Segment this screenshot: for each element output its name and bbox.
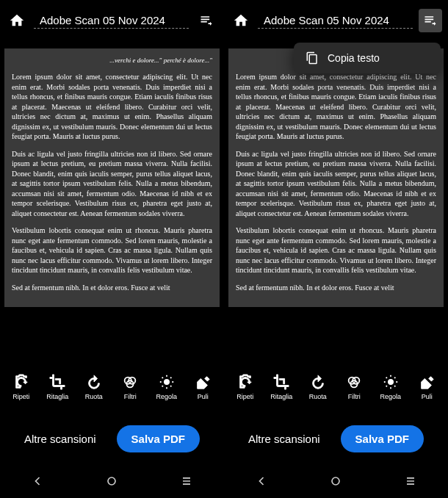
- fade-gradient: [0, 344, 224, 361]
- system-nav-bar: [224, 464, 448, 498]
- adjust-button[interactable]: Regola: [372, 374, 409, 400]
- action-bar: Altre scansioni Salva PDF: [0, 413, 224, 464]
- doc-paragraph: Vestibulum lobortis consequat enim ut rh…: [236, 225, 436, 275]
- document-title[interactable]: Adobe Scan 05 Nov 2024: [258, 14, 413, 29]
- doc-paragraph: Duis ac ligula vel justo fringilla ultri…: [12, 149, 212, 219]
- app-header: Adobe Scan 05 Nov 2024: [224, 0, 448, 41]
- more-options-icon[interactable]: [195, 9, 218, 32]
- back-nav-button[interactable]: [247, 466, 276, 496]
- fade-gradient: [224, 344, 448, 361]
- tool-label: Ritaglia: [270, 393, 292, 400]
- tool-bar: Ripeti Ritaglia Ruota Filtri Regola Puli: [0, 361, 224, 413]
- app-header: Adobe Scan 05 Nov 2024: [0, 0, 224, 41]
- home-icon[interactable]: [230, 10, 252, 32]
- cleanup-button[interactable]: Puli: [185, 374, 222, 400]
- tool-label: Regola: [380, 393, 401, 400]
- tool-label: Filtri: [348, 393, 361, 400]
- home-nav-button[interactable]: [321, 466, 350, 496]
- recents-nav-button[interactable]: [396, 466, 425, 496]
- more-options-icon[interactable]: [419, 9, 442, 32]
- doc-paragraph: Sed at fermentum nibh. In et dolor eros.…: [12, 283, 212, 293]
- crop-button[interactable]: Ritaglia: [264, 374, 300, 400]
- doc-paragraph: Lorem ipsum dolor sit amet, consectetur …: [236, 72, 436, 142]
- retake-button[interactable]: Ripeti: [227, 374, 264, 400]
- action-bar: Altre scansioni Salva PDF: [224, 413, 448, 464]
- more-scans-button[interactable]: Altre scansioni: [248, 433, 320, 445]
- scanned-document: ...verchi e dolore..." perché è dolore..…: [4, 48, 220, 307]
- filters-button[interactable]: Filtri: [112, 374, 149, 400]
- doc-paragraph: Vestibulum lobortis consequat enim ut rh…: [12, 225, 212, 275]
- phone-left: Adobe Scan 05 Nov 2024 ...verchi e dolor…: [0, 0, 224, 498]
- home-icon[interactable]: [6, 10, 28, 32]
- copy-text-menu-item[interactable]: Copia testo: [328, 52, 380, 64]
- more-scans-button[interactable]: Altre scansioni: [24, 433, 96, 445]
- tool-label: Filtri: [124, 393, 137, 400]
- home-nav-button[interactable]: [97, 466, 126, 496]
- document-viewport[interactable]: ...verchi e dolore..." perché è dolore..…: [224, 41, 448, 361]
- rotate-button[interactable]: Ruota: [76, 374, 112, 400]
- system-nav-bar: [0, 464, 224, 498]
- tool-label: Ripeti: [236, 393, 253, 400]
- retake-button[interactable]: Ripeti: [3, 374, 40, 400]
- doc-paragraph: Lorem ipsum dolor sit amet, consectetur …: [12, 72, 212, 142]
- tool-label: Ruota: [309, 393, 327, 400]
- svg-point-9: [332, 477, 339, 485]
- doc-paragraph: Sed at fermentum nibh. In et dolor eros.…: [236, 283, 436, 293]
- rotate-button[interactable]: Ruota: [300, 374, 336, 400]
- document-title[interactable]: Adobe Scan 05 Nov 2024: [34, 14, 189, 29]
- copy-icon: [306, 51, 319, 65]
- svg-point-4: [108, 477, 115, 485]
- tool-label: Ritaglia: [46, 393, 68, 400]
- doc-intro: ...verchi e dolore..." perché è dolore..…: [12, 56, 212, 65]
- save-pdf-button[interactable]: Salva PDF: [341, 425, 424, 452]
- doc-paragraph: Duis ac ligula vel justo fringilla ultri…: [236, 149, 436, 219]
- tool-label: Puli: [198, 393, 209, 400]
- filters-button[interactable]: Filtri: [336, 374, 373, 400]
- tool-label: Regola: [156, 393, 177, 400]
- svg-point-3: [164, 379, 169, 384]
- save-pdf-button[interactable]: Salva PDF: [117, 425, 200, 452]
- crop-button[interactable]: Ritaglia: [40, 374, 76, 400]
- scanned-document: ...verchi e dolore..." perché è dolore..…: [228, 48, 444, 307]
- tool-label: Puli: [422, 393, 433, 400]
- context-menu: Copia testo: [294, 43, 441, 73]
- screenshot-container: Adobe Scan 05 Nov 2024 ...verchi e dolor…: [0, 0, 448, 498]
- back-nav-button[interactable]: [23, 466, 52, 496]
- phone-right: Adobe Scan 05 Nov 2024 Copia testo ...ve…: [224, 0, 448, 498]
- tool-label: Ripeti: [12, 393, 29, 400]
- tool-label: Ruota: [85, 393, 103, 400]
- cleanup-button[interactable]: Puli: [409, 374, 446, 400]
- svg-point-8: [388, 379, 393, 384]
- adjust-button[interactable]: Regola: [148, 374, 185, 400]
- recents-nav-button[interactable]: [172, 466, 201, 496]
- tool-bar: Ripeti Ritaglia Ruota Filtri Regola Puli: [224, 361, 448, 413]
- document-viewport[interactable]: ...verchi e dolore..." perché è dolore..…: [0, 41, 224, 361]
